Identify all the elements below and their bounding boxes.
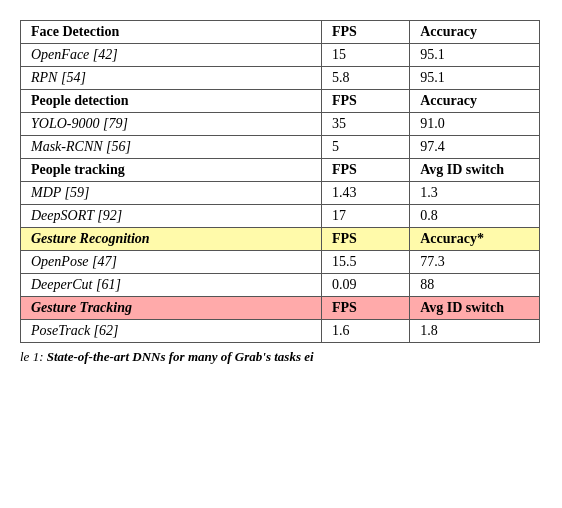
table-row: DeeperCut [61]0.0988 [21,274,540,297]
table-row: PoseTrack [62]1.61.8 [21,320,540,343]
data-cell-2-2: 95.1 [410,67,540,90]
header-cell-0: People tracking [21,159,322,182]
table-row: MDP [59]1.431.3 [21,182,540,205]
data-cell-5-2: 97.4 [410,136,540,159]
header-cell-pink-1: FPS [322,297,410,320]
data-cell-13-0: PoseTrack [62] [21,320,322,343]
table-row: OpenPose [47]15.577.3 [21,251,540,274]
table-row: RPN [54]5.895.1 [21,67,540,90]
table-row: Mask-RCNN [56]597.4 [21,136,540,159]
header-cell-yellow-1: FPS [322,228,410,251]
header-cell-0: People detection [21,90,322,113]
table-caption: le 1: State-of-the-art DNNs for many of … [20,349,540,365]
header-cell-1: FPS [322,159,410,182]
data-cell-2-1: 5.8 [322,67,410,90]
data-cell-5-0: Mask-RCNN [56] [21,136,322,159]
data-cell-2-0: RPN [54] [21,67,322,90]
table-row: Face DetectionFPSAccuracy [21,21,540,44]
data-cell-7-0: MDP [59] [21,182,322,205]
data-cell-8-2: 0.8 [410,205,540,228]
header-cell-pink-2: Avg ID switch [410,297,540,320]
table-row: DeepSORT [92]170.8 [21,205,540,228]
data-cell-8-1: 17 [322,205,410,228]
data-cell-11-0: DeeperCut [61] [21,274,322,297]
table-row: Gesture RecognitionFPSAccuracy* [21,228,540,251]
table-row: People trackingFPSAvg ID switch [21,159,540,182]
header-cell-pink-0: Gesture Tracking [21,297,322,320]
table-row: YOLO-9000 [79]3591.0 [21,113,540,136]
header-cell-1: FPS [322,90,410,113]
data-cell-7-2: 1.3 [410,182,540,205]
data-cell-13-2: 1.8 [410,320,540,343]
header-cell-2: Accuracy [410,21,540,44]
data-cell-11-1: 0.09 [322,274,410,297]
header-cell-yellow-2: Accuracy* [410,228,540,251]
caption-prefix: le 1: [20,349,47,364]
header-cell-1: FPS [322,21,410,44]
data-cell-5-1: 5 [322,136,410,159]
data-cell-1-0: OpenFace [42] [21,44,322,67]
data-cell-8-0: DeepSORT [92] [21,205,322,228]
data-cell-13-1: 1.6 [322,320,410,343]
table-row: OpenFace [42]1595.1 [21,44,540,67]
comparison-table-wrapper: Face DetectionFPSAccuracyOpenFace [42]15… [20,20,540,365]
header-cell-yellow-0: Gesture Recognition [21,228,322,251]
data-cell-1-2: 95.1 [410,44,540,67]
data-cell-4-1: 35 [322,113,410,136]
table-row: Gesture TrackingFPSAvg ID switch [21,297,540,320]
data-cell-10-1: 15.5 [322,251,410,274]
data-cell-1-1: 15 [322,44,410,67]
caption-bold: State-of-the-art DNNs for many of Grab's… [47,349,314,364]
comparison-table: Face DetectionFPSAccuracyOpenFace [42]15… [20,20,540,343]
header-cell-2: Avg ID switch [410,159,540,182]
data-cell-7-1: 1.43 [322,182,410,205]
data-cell-4-0: YOLO-9000 [79] [21,113,322,136]
data-cell-4-2: 91.0 [410,113,540,136]
data-cell-11-2: 88 [410,274,540,297]
header-cell-0: Face Detection [21,21,322,44]
data-cell-10-2: 77.3 [410,251,540,274]
header-cell-2: Accuracy [410,90,540,113]
data-cell-10-0: OpenPose [47] [21,251,322,274]
table-row: People detectionFPSAccuracy [21,90,540,113]
